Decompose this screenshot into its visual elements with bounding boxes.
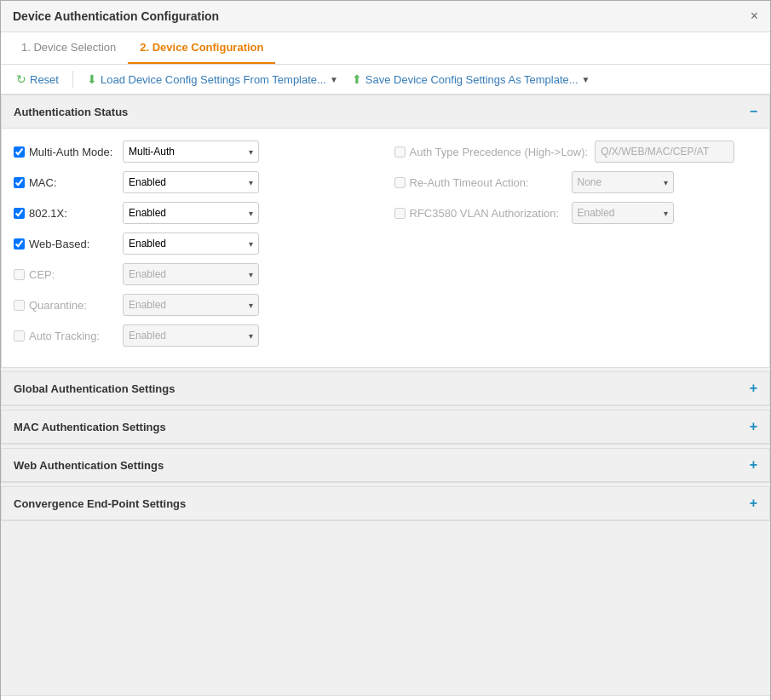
tab-device-configuration[interactable]: 2. Device Configuration <box>128 32 275 64</box>
auth-status-section: Authentication Status − Multi-Auth Mode: <box>1 95 770 368</box>
multi-auth-caret: ▾ <box>249 147 253 157</box>
auth-status-columns: Multi-Auth Mode: Multi-Auth ▾ MAC: <box>14 141 757 355</box>
tabs-container: 1. Device Selection 2. Device Configurat… <box>1 32 770 65</box>
field-multi-auth-mode: Multi-Auth Mode: Multi-Auth ▾ <box>14 141 377 163</box>
load-template-button[interactable]: ⬇ Load Device Config Settings From Templ… <box>83 71 342 88</box>
web-based-checkbox[interactable] <box>14 238 25 250</box>
field-auto-tracking: Auto Tracking: Enabled ▾ <box>14 324 377 347</box>
multi-auth-checkbox[interactable] <box>14 146 25 158</box>
auth-type-label[interactable]: Auth Type Precedence (High->Low): <box>394 146 589 158</box>
close-button[interactable]: × <box>751 9 758 23</box>
auth-status-right: Auth Type Precedence (High->Low): Re-Aut… <box>394 141 758 355</box>
quarantine-caret: ▾ <box>249 301 253 310</box>
field-quarantine: Quarantine: Enabled ▾ <box>14 294 377 316</box>
web-based-label[interactable]: Web-Based: <box>14 238 116 250</box>
auto-tracking-checkbox[interactable] <box>14 330 25 341</box>
toolbar-divider <box>72 71 73 88</box>
web-auth-title: Web Authentication Settings <box>14 459 164 472</box>
refresh-icon: ↻ <box>16 72 26 86</box>
auto-tracking-caret: ▾ <box>249 331 253 341</box>
field-auth-type-precedence: Auth Type Precedence (High->Low): <box>394 141 758 163</box>
mac-label[interactable]: MAC: <box>14 176 116 189</box>
cep-caret: ▾ <box>249 270 253 279</box>
cep-label[interactable]: CEP: <box>14 268 116 281</box>
auth-type-checkbox[interactable] <box>394 146 406 158</box>
mac-select[interactable]: Enabled ▾ <box>123 171 259 193</box>
mac-auth-title: MAC Authentication Settings <box>14 421 166 433</box>
convergence-title: Convergence End-Point Settings <box>14 497 186 510</box>
web-based-caret: ▾ <box>249 239 253 249</box>
reset-button[interactable]: ↻ Reset <box>13 71 62 88</box>
dot1x-label[interactable]: 802.1X: <box>14 207 116 220</box>
dialog: Device Authentication Configuration × 1.… <box>0 0 771 700</box>
toolbar: ↻ Reset ⬇ Load Device Config Settings Fr… <box>1 65 770 95</box>
global-auth-section: Global Authentication Settings + <box>1 371 770 406</box>
convergence-header[interactable]: Convergence End-Point Settings + <box>2 487 769 520</box>
field-dot1x: 802.1X: Enabled ▾ <box>14 202 377 224</box>
multi-auth-select[interactable]: Multi-Auth ▾ <box>123 141 259 163</box>
auth-type-input[interactable] <box>595 141 734 163</box>
dot1x-checkbox[interactable] <box>14 208 25 219</box>
convergence-toggle[interactable]: + <box>750 496 757 511</box>
web-auth-section: Web Authentication Settings + <box>1 448 770 483</box>
web-based-select[interactable]: Enabled ▾ <box>123 232 259 255</box>
global-auth-title: Global Authentication Settings <box>14 382 175 395</box>
reauth-caret: ▾ <box>664 178 668 187</box>
mac-auth-section: MAC Authentication Settings + <box>1 410 770 445</box>
auth-status-left: Multi-Auth Mode: Multi-Auth ▾ MAC: <box>14 141 377 355</box>
auto-tracking-select: Enabled ▾ <box>123 324 259 347</box>
auth-status-header[interactable]: Authentication Status − <box>2 95 769 129</box>
mac-caret: ▾ <box>249 178 253 187</box>
global-auth-header[interactable]: Global Authentication Settings + <box>2 372 769 405</box>
save-dropdown-arrow: ▼ <box>582 75 590 84</box>
cep-select: Enabled ▾ <box>123 263 259 285</box>
load-dropdown-arrow: ▼ <box>330 75 338 84</box>
rfc3580-label[interactable]: RFC3580 VLAN Authorization: <box>394 207 565 220</box>
auto-tracking-label[interactable]: Auto Tracking: <box>14 330 116 342</box>
dialog-footer: « Previous Finish Cancel <box>1 695 770 700</box>
quarantine-select: Enabled ▾ <box>123 294 259 316</box>
save-template-button[interactable]: ⬆ Save Device Config Settings As Templat… <box>348 71 594 88</box>
content-area: Authentication Status − Multi-Auth Mode: <box>1 95 770 695</box>
mac-auth-header[interactable]: MAC Authentication Settings + <box>2 410 769 444</box>
dot1x-select[interactable]: Enabled ▾ <box>123 202 259 224</box>
rfc3580-select: Enabled ▾ <box>572 202 674 224</box>
rfc3580-caret: ▾ <box>664 209 668 218</box>
field-cep: CEP: Enabled ▾ <box>14 263 377 285</box>
dot1x-caret: ▾ <box>249 209 253 218</box>
field-web-based: Web-Based: Enabled ▾ <box>14 232 377 255</box>
field-rfc3580: RFC3580 VLAN Authorization: Enabled ▾ <box>394 202 758 224</box>
mac-checkbox[interactable] <box>14 177 25 188</box>
dialog-header: Device Authentication Configuration × <box>1 1 770 32</box>
tab-device-selection[interactable]: 1. Device Selection <box>9 32 128 64</box>
quarantine-label[interactable]: Quarantine: <box>14 299 116 312</box>
reauth-select: None ▾ <box>572 171 674 193</box>
mac-auth-toggle[interactable]: + <box>750 419 757 434</box>
global-auth-toggle[interactable]: + <box>750 381 757 396</box>
field-reauth-timeout: Re-Auth Timeout Action: None ▾ <box>394 171 758 193</box>
web-auth-toggle[interactable]: + <box>750 457 757 473</box>
multi-auth-label[interactable]: Multi-Auth Mode: <box>14 146 116 158</box>
auth-status-body: Multi-Auth Mode: Multi-Auth ▾ MAC: <box>2 129 769 367</box>
cep-checkbox[interactable] <box>14 269 25 280</box>
reauth-label[interactable]: Re-Auth Timeout Action: <box>394 176 565 189</box>
auth-status-title: Authentication Status <box>14 106 128 118</box>
auth-status-toggle[interactable]: − <box>750 104 757 119</box>
field-mac: MAC: Enabled ▾ <box>14 171 377 193</box>
web-auth-header[interactable]: Web Authentication Settings + <box>2 449 769 482</box>
save-icon: ⬆ <box>352 72 362 86</box>
dialog-title: Device Authentication Configuration <box>13 9 219 23</box>
quarantine-checkbox[interactable] <box>14 300 25 311</box>
convergence-section: Convergence End-Point Settings + <box>1 486 770 521</box>
content-spacer <box>1 525 770 695</box>
reauth-checkbox[interactable] <box>394 177 406 188</box>
rfc3580-checkbox[interactable] <box>394 208 406 219</box>
load-icon: ⬇ <box>87 72 97 86</box>
